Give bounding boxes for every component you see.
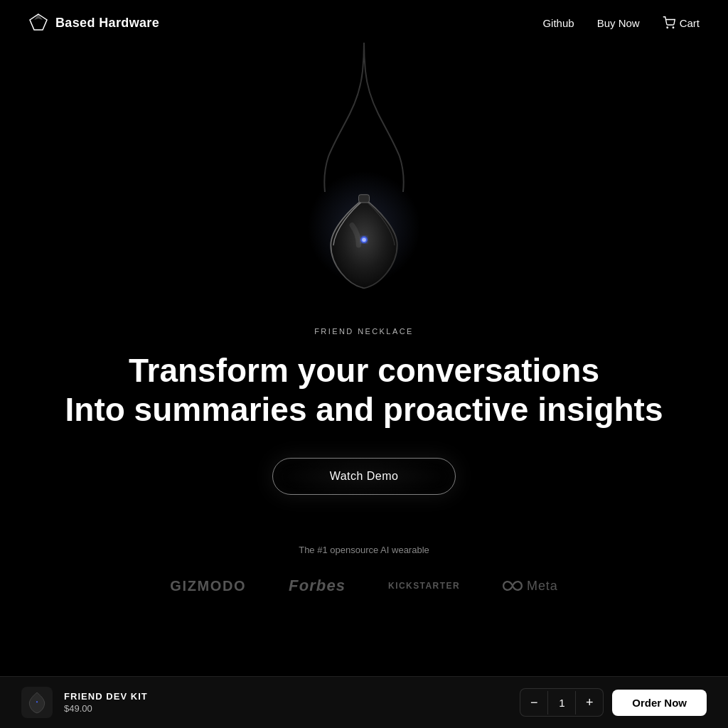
quantity-value: 1 (547, 691, 576, 714)
logo-text: Based Hardware (55, 16, 159, 31)
cart-label: Cart (680, 17, 700, 29)
meta-icon (503, 579, 523, 592)
product-thumb-icon (27, 691, 47, 714)
gizmodo-logo: GIZMODO (170, 578, 246, 594)
product-info: FRIEND DEV KIT $49.00 (21, 687, 148, 718)
watch-demo-button[interactable]: Watch Demo (272, 458, 456, 495)
press-logos: GIZMODO Forbes KICKSTARTER Meta (170, 577, 557, 595)
product-name: FRIEND DEV KIT (64, 691, 148, 702)
svg-point-4 (362, 237, 366, 242)
hero-title-line2: Into summaries and proactive insights (65, 391, 663, 428)
quantity-increase-button[interactable]: + (576, 689, 603, 716)
product-price: $49.00 (64, 703, 148, 714)
product-details: FRIEND DEV KIT $49.00 (64, 691, 148, 714)
hero-section: FRIEND NECKLACE Transform your conversat… (0, 0, 728, 654)
hero-title-line1: Transform your conversations (129, 352, 599, 389)
product-thumbnail (21, 687, 53, 718)
github-link[interactable]: Github (542, 17, 574, 29)
logo[interactable]: Based Hardware (28, 13, 159, 33)
svg-point-1 (673, 27, 674, 28)
bottom-bar: FRIEND DEV KIT $49.00 − 1 + Order Now (0, 676, 728, 728)
pendant (321, 192, 407, 291)
cart-icon (663, 16, 675, 29)
quantity-decrease-button[interactable]: − (520, 689, 547, 716)
buy-now-link[interactable]: Buy Now (597, 17, 640, 29)
svg-point-5 (36, 701, 38, 702)
forbes-logo: Forbes (289, 577, 346, 595)
kickstarter-logo: KICKSTARTER (388, 581, 460, 591)
necklace-visual (250, 43, 478, 313)
logo-icon (28, 13, 48, 33)
cart-link[interactable]: Cart (663, 16, 700, 29)
meta-logo: Meta (503, 579, 558, 594)
hero-title: Transform your conversations Into summar… (65, 351, 663, 429)
press-tagline: The #1 opensource AI wearable (299, 545, 429, 555)
svg-point-0 (667, 27, 668, 28)
right-controls: − 1 + Order Now (520, 688, 707, 717)
product-badge: FRIEND NECKLACE (314, 327, 414, 336)
quantity-controls: − 1 + (520, 688, 604, 717)
navbar: Based Hardware Github Buy Now Cart (0, 0, 728, 46)
nav-links: Github Buy Now Cart (542, 16, 700, 29)
order-now-button[interactable]: Order Now (612, 690, 707, 716)
svg-rect-2 (359, 195, 370, 203)
